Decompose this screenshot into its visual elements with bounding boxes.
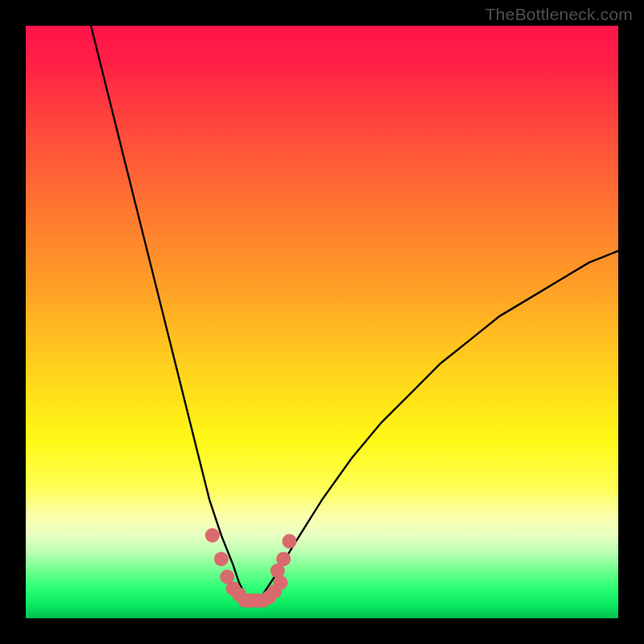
chart-frame: TheBottleneck.com <box>0 0 644 644</box>
highlight-dot <box>214 551 229 566</box>
bottleneck-curve-path <box>91 26 618 601</box>
highlight-dot <box>276 551 291 566</box>
bottleneck-curve <box>91 26 618 601</box>
curve-layer <box>26 26 618 618</box>
watermark-text: TheBottleneck.com <box>485 5 633 24</box>
highlight-dots <box>205 528 297 608</box>
plot-area <box>26 26 618 618</box>
highlight-dot <box>283 534 297 548</box>
highlight-dot <box>205 528 220 543</box>
